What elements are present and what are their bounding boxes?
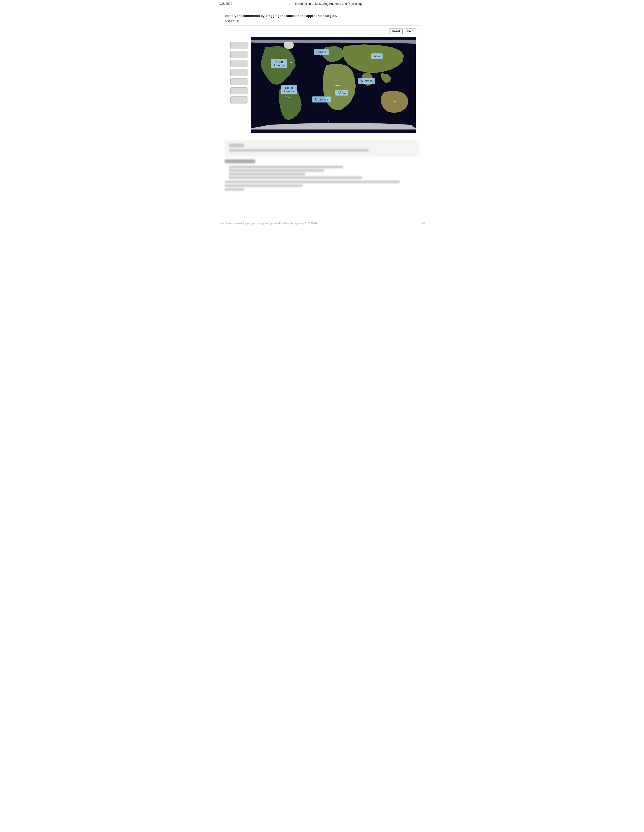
- question-text: Identify the continents by dragging the …: [225, 14, 419, 18]
- blurred-section-1: [225, 140, 419, 156]
- continent-label-australia[interactable]: Australia: [358, 78, 376, 84]
- drag-slot-5[interactable]: [230, 78, 247, 85]
- drag-slot-6[interactable]: [230, 87, 247, 94]
- continent-label-antarctica[interactable]: Antarctica: [312, 96, 331, 102]
- drag-slot-1[interactable]: [230, 42, 247, 49]
- header-title: Introduction to Mastering Anatomy and Ph…: [295, 2, 362, 6]
- drag-slot-4[interactable]: [230, 69, 247, 76]
- map-area: NorthAmerica SouthAmerica Europe Africa …: [228, 37, 416, 133]
- continent-label-africa[interactable]: Africa: [335, 90, 349, 96]
- page-footer: https://session.masteringaandp.com/myct/…: [215, 220, 429, 227]
- help-button[interactable]: Help: [404, 29, 416, 34]
- page-header: 2/28/2020 Introduction to Mastering Anat…: [215, 0, 429, 8]
- drag-slot-7[interactable]: [230, 96, 247, 104]
- blurred-section-2: [225, 159, 419, 190]
- activity-box: Reset Help: [225, 25, 419, 136]
- footer-url: https://session.masteringaandp.com/myct/…: [219, 222, 317, 225]
- continent-label-asia[interactable]: Asia: [371, 53, 383, 59]
- continent-label-europe[interactable]: Europe: [314, 49, 329, 55]
- label-column: [228, 37, 251, 133]
- reset-button[interactable]: Reset: [389, 29, 402, 34]
- continent-label-north-america[interactable]: NorthAmerica: [271, 59, 287, 69]
- toolbar: Reset Help: [228, 29, 416, 34]
- header-date: 2/28/2020: [219, 2, 232, 6]
- drag-slot-2[interactable]: [230, 51, 247, 58]
- drag-slot-3[interactable]: [230, 60, 247, 67]
- footer-page: 1/1: [422, 222, 425, 225]
- continent-label-south-america[interactable]: SouthAmerica: [280, 85, 297, 94]
- main-content: Identify the continents by dragging the …: [215, 8, 429, 200]
- map-container: NorthAmerica SouthAmerica Europe Africa …: [251, 37, 416, 133]
- answer-label: ANSWER:: [225, 19, 419, 23]
